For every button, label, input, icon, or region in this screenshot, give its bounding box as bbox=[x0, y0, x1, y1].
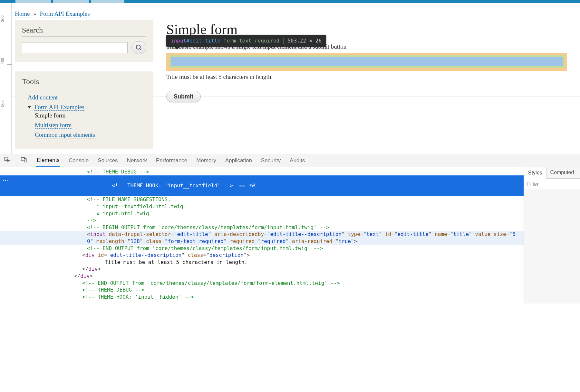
submit-button[interactable]: Submit bbox=[166, 91, 201, 102]
browser-tab[interactable] bbox=[15, 0, 51, 3]
devtools-tab-performance[interactable]: Performance bbox=[155, 155, 188, 166]
devtools-tab-audits[interactable]: Audits bbox=[289, 155, 305, 166]
search-button[interactable] bbox=[131, 41, 146, 54]
tools-item-simple-form[interactable]: Simple form bbox=[35, 112, 66, 119]
code-line: <!-- THEME HOOK: 'input__hidden' --> bbox=[82, 294, 194, 300]
tools-link-multistep[interactable]: Multistep form bbox=[35, 122, 72, 129]
devtools-tab-security[interactable]: Security bbox=[260, 155, 281, 166]
computed-tab[interactable]: Computed bbox=[546, 167, 578, 178]
device-toggle-icon[interactable] bbox=[19, 155, 28, 166]
devtools-tab-network[interactable]: Network bbox=[126, 155, 148, 166]
field-help-text: Title must be at least 5 characters in l… bbox=[166, 73, 567, 80]
sidebar: Search Tools Add content Form bbox=[15, 20, 153, 154]
overflow-indicator: ... bbox=[3, 176, 9, 182]
code-line: <!-- THEME DEBUG --> bbox=[87, 169, 149, 175]
code-line: <!-- END OUTPUT from 'core/themes/classy… bbox=[87, 245, 323, 251]
browser-tab[interactable] bbox=[91, 0, 124, 3]
styles-filter[interactable]: Filter bbox=[524, 179, 580, 190]
tools-link-add-content[interactable]: Add content bbox=[28, 94, 58, 101]
breadcrumb-link-formapi[interactable]: Form API Examples bbox=[40, 10, 90, 17]
svg-line-1 bbox=[140, 49, 141, 50]
code-line: <!-- END OUTPUT from 'core/themes/classy… bbox=[82, 280, 340, 286]
code-line: <!-- BEGIN OUTPUT from 'core/themes/clas… bbox=[87, 224, 329, 230]
search-block: Search bbox=[15, 20, 153, 62]
tooltip-id: #edit-title bbox=[186, 38, 220, 44]
code-line: <!-- FILE NAME SUGGESTIONS: bbox=[87, 196, 171, 202]
tools-link-form-api[interactable]: Form API Examples bbox=[34, 104, 84, 111]
svg-point-0 bbox=[136, 45, 140, 49]
chevron-down-icon bbox=[28, 106, 31, 108]
pixel-ruler: 300 400 500 bbox=[0, 3, 12, 154]
tools-title: Tools bbox=[22, 77, 146, 88]
title-input-highlight[interactable] bbox=[171, 57, 563, 66]
ruler-mark: 300 bbox=[1, 15, 5, 22]
inspect-icon[interactable] bbox=[3, 155, 12, 166]
ruler-mark: 500 bbox=[1, 100, 5, 107]
search-icon bbox=[135, 44, 142, 51]
tools-block: Tools Add content Form API Examples Simp… bbox=[15, 71, 153, 149]
browser-tab[interactable] bbox=[53, 0, 89, 3]
search-input[interactable] bbox=[22, 42, 128, 53]
search-title: Search bbox=[22, 26, 146, 37]
devtools-tab-application[interactable]: Application bbox=[225, 155, 253, 166]
code-line: x input.html.twig bbox=[87, 210, 149, 217]
dom-node-input[interactable]: <input data-drupal-selector="edit-title"… bbox=[0, 231, 524, 245]
code-line: * input--textfield.html.twig bbox=[87, 203, 183, 210]
browser-tabbar bbox=[0, 0, 580, 3]
tools-link-common-inputs[interactable]: Common input elements bbox=[35, 131, 95, 138]
code-line: <!-- THEME DEBUG --> bbox=[82, 287, 144, 293]
inspected-element-highlight: input#edit-title.form-text.required 503.… bbox=[166, 53, 567, 71]
main-region: Simple form This basic example shows a s… bbox=[166, 20, 580, 154]
devtools-tab-memory[interactable]: Memory bbox=[196, 155, 217, 166]
elements-tree[interactable]: ... <!-- THEME DEBUG --> <!-- THEME HOOK… bbox=[0, 167, 524, 303]
element-tooltip: input#edit-title.form-text.required 503.… bbox=[166, 35, 326, 47]
page-viewport: 300 400 500 Home » Form API Examples Sea… bbox=[0, 0, 580, 154]
selected-dom-node[interactable]: <!-- THEME HOOK: 'input__textfield' --> … bbox=[0, 175, 524, 196]
devtools-tab-elements[interactable]: Elements bbox=[36, 154, 60, 167]
devtools-tabs: Elements Console Sources Network Perform… bbox=[0, 154, 580, 167]
code-line: --> bbox=[87, 217, 96, 223]
styles-tab[interactable]: Styles bbox=[524, 167, 546, 179]
dom-node-div-open[interactable]: <div id="edit-title--description" class=… bbox=[0, 252, 524, 259]
styles-sidebar: Styles Computed Filter bbox=[524, 167, 580, 303]
breadcrumb-sep: » bbox=[31, 10, 38, 17]
breadcrumb: Home » Form API Examples bbox=[15, 7, 580, 20]
dom-text: Title must be at least 5 characters in l… bbox=[105, 259, 247, 265]
tooltip-tag: input bbox=[171, 38, 186, 44]
ruler-mark: 400 bbox=[1, 58, 5, 64]
svg-rect-4 bbox=[24, 159, 26, 162]
tooltip-classes: .form-text.required bbox=[220, 38, 279, 44]
devtools-tab-console[interactable]: Console bbox=[68, 155, 89, 166]
breadcrumb-link-home[interactable]: Home bbox=[15, 10, 30, 17]
devtools-panel: Elements Console Sources Network Perform… bbox=[0, 154, 580, 303]
devtools-tab-sources[interactable]: Sources bbox=[97, 155, 118, 166]
tooltip-dimensions: 503.22 × 26 bbox=[287, 38, 322, 43]
